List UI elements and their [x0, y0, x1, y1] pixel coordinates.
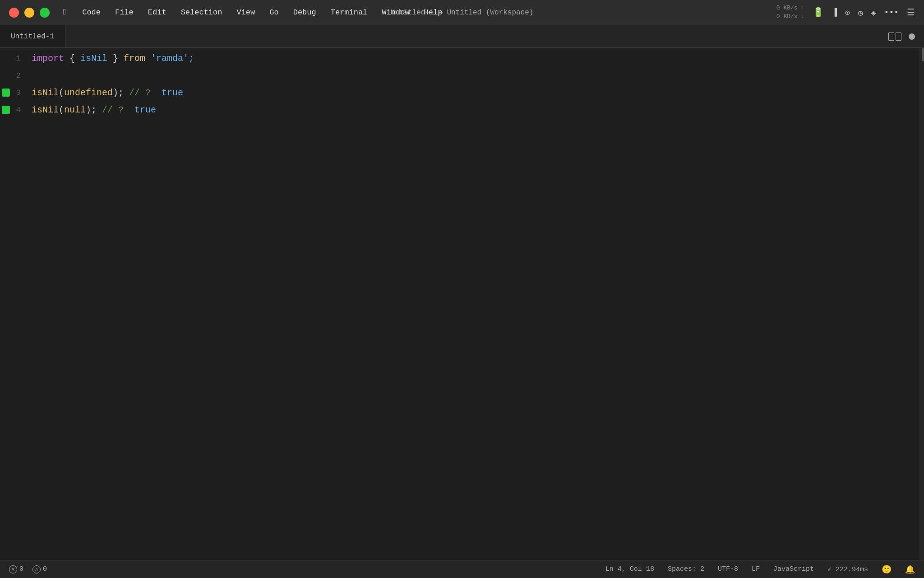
code-line-2	[32, 67, 924, 84]
status-bar: ✕ 0 △ 0 Ln 4, Col 18 Spaces: 2 UTF-8 LF …	[0, 560, 924, 578]
unsaved-indicator	[909, 33, 915, 40]
menu-item-code[interactable]: Code	[82, 8, 101, 17]
token: );	[86, 105, 97, 115]
token: import	[32, 53, 64, 64]
token: );	[113, 88, 124, 98]
notification-icon: 🔔	[905, 564, 915, 574]
timing-info: ✓ 222.94ms	[827, 565, 868, 573]
menu-item-terminal[interactable]: Terminal	[331, 8, 368, 17]
encoding[interactable]: UTF-8	[718, 565, 738, 573]
token: true	[156, 88, 183, 98]
wifi-icon: ▐	[832, 8, 837, 17]
traffic-lights	[9, 8, 50, 18]
token: // ?	[124, 88, 156, 98]
tab-bar: Untitled-1	[0, 25, 924, 48]
token: (	[59, 88, 64, 98]
menu-bar:  Code File Edit Selection View Go Debug…	[63, 8, 442, 17]
language-mode[interactable]: JavaScript	[773, 565, 814, 573]
breakpoint-4[interactable]	[2, 106, 10, 114]
menu-item-debug[interactable]: Debug	[293, 8, 316, 17]
clock-icon: ◷	[858, 8, 863, 18]
token: isNil	[32, 105, 59, 115]
apple-menu[interactable]: 	[63, 8, 68, 17]
token: {	[64, 53, 80, 64]
list-icon: ☰	[907, 7, 915, 18]
tab-actions	[888, 33, 924, 41]
indentation[interactable]: Spaces: 2	[668, 565, 704, 573]
extensions-icon: ◈	[871, 8, 876, 18]
line-ending[interactable]: LF	[752, 565, 760, 573]
code-line-4: isNil(null); // ? true	[32, 101, 924, 118]
breakpoint-3[interactable]	[2, 89, 10, 97]
token: from	[124, 53, 145, 64]
token: true	[129, 105, 156, 115]
error-count: ✕ 0	[9, 565, 23, 573]
token: isNil	[32, 88, 59, 98]
battery-icon: 🔋	[813, 7, 824, 18]
token: null	[64, 105, 86, 115]
titlebar-right: 0 KB/s ↑ 0 KB/s ↓ 🔋 ▐ ⊙ ◷ ◈ ••• ☰	[776, 4, 915, 20]
line-numbers-gutter: 1234	[0, 48, 27, 560]
menu-item-view[interactable]: View	[236, 8, 255, 17]
maximize-button[interactable]	[40, 8, 50, 18]
line-number-4: 4	[0, 101, 27, 118]
code-content[interactable]: import { isNil } from 'ramda';isNil(unde…	[27, 48, 924, 560]
smiley-icon: 🙂	[882, 564, 892, 574]
tab-label: Untitled-1	[11, 33, 54, 41]
token: // ?	[97, 105, 129, 115]
menu-item-go[interactable]: Go	[269, 8, 278, 17]
menu-item-selection[interactable]: Selection	[181, 8, 222, 17]
titlebar:  Code File Edit Selection View Go Debug…	[0, 0, 924, 25]
cursor-position[interactable]: Ln 4, Col 18	[605, 565, 654, 573]
more-icon: •••	[884, 8, 899, 17]
token: isNil	[80, 53, 107, 64]
line-number-3: 3	[0, 84, 27, 101]
editor-area: 1234 import { isNil } from 'ramda';isNil…	[0, 48, 924, 560]
minimize-button[interactable]	[24, 8, 34, 18]
line-number-1: 1	[0, 50, 27, 67]
token: 'ramda';	[145, 53, 194, 64]
status-left: ✕ 0 △ 0	[9, 565, 47, 573]
code-line-1: import { isNil } from 'ramda';	[32, 50, 924, 67]
token: (	[59, 105, 64, 115]
cast-icon: ⊙	[845, 8, 850, 18]
scrollbar[interactable]	[919, 48, 924, 560]
split-editor-button[interactable]	[888, 33, 901, 41]
code-line-3: isNil(undefined); // ? true	[32, 84, 924, 101]
menu-item-edit[interactable]: Edit	[148, 8, 166, 17]
close-button[interactable]	[9, 8, 19, 18]
token: undefined	[64, 88, 113, 98]
token: }	[107, 53, 124, 64]
status-right: Ln 4, Col 18 Spaces: 2 UTF-8 LF JavaScri…	[605, 564, 915, 574]
network-info: 0 KB/s ↑ 0 KB/s ↓	[776, 4, 804, 20]
window-title: Untitled-1 — Untitled (Workspace)	[391, 9, 534, 17]
tab-untitled[interactable]: Untitled-1	[0, 25, 65, 47]
line-number-2: 2	[0, 67, 27, 84]
menu-item-file[interactable]: File	[115, 8, 134, 17]
warning-count: △ 0	[32, 565, 47, 573]
